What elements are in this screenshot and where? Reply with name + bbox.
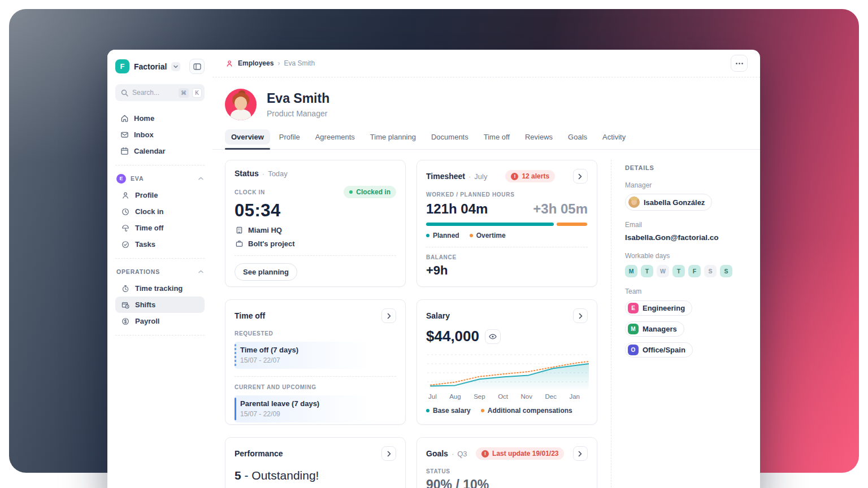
- section-label: EVA: [131, 175, 144, 182]
- sidebar-item-inbox[interactable]: Inbox: [115, 127, 205, 143]
- parental-leave-item[interactable]: Parental leave (7 days) 15/07 - 22/09: [235, 395, 396, 422]
- card-title: Salary: [426, 311, 450, 320]
- last-update-badge: ! Last update 19/01/23: [476, 447, 564, 460]
- stopwatch-icon: [121, 285, 130, 293]
- details-title: DETAILS: [625, 164, 749, 171]
- day-chip: S: [720, 265, 732, 277]
- see-planning-button[interactable]: See planning: [235, 263, 297, 281]
- main-area: Employees › Eva Smith Eva Smith Product …: [212, 50, 760, 488]
- details-panel: DETAILS Manager Isabella González Email …: [611, 160, 760, 488]
- team-label: Team: [625, 287, 749, 295]
- content-area: Status · Today CLOCK IN Clocked in 05:34: [212, 150, 760, 488]
- performance-open-button[interactable]: [381, 446, 396, 461]
- sidebar-item-clock-in[interactable]: Clock in: [115, 203, 205, 220]
- chevron-up-icon[interactable]: [198, 177, 203, 180]
- x-tick: Dec: [545, 393, 556, 400]
- divider: [115, 165, 205, 165]
- legend-overtime: Overtime: [470, 232, 506, 239]
- sidebar-item-label: Time off: [135, 224, 163, 232]
- sidebar-item-time-tracking[interactable]: Time tracking: [115, 280, 205, 297]
- shortcut-cmd-key: ⌘: [179, 88, 189, 98]
- tab-time-planning[interactable]: Time planning: [364, 129, 422, 149]
- email-label: Email: [625, 221, 749, 229]
- sidebar-item-label: Time tracking: [135, 284, 183, 293]
- team-icon: M: [628, 324, 639, 334]
- tab-reviews[interactable]: Reviews: [519, 129, 559, 149]
- eye-icon[interactable]: [485, 329, 501, 344]
- balance-value: +9h: [426, 263, 588, 278]
- team-chips: E Engineering M Managers O Office/Spain: [625, 300, 749, 358]
- day-chip: M: [625, 265, 637, 277]
- avatar: [225, 89, 257, 120]
- tab-activity[interactable]: Activity: [596, 129, 632, 149]
- x-tick: Jan: [569, 393, 580, 400]
- tab-time-off[interactable]: Time off: [478, 129, 516, 149]
- day-chip: S: [704, 265, 717, 277]
- day-chip: W: [657, 265, 669, 277]
- legend-planned: Planned: [426, 232, 459, 239]
- worked-hours-label: WORKED / PLANNED HOURS: [426, 191, 588, 198]
- chevron-up-icon[interactable]: [198, 270, 203, 273]
- sidebar-item-tasks[interactable]: Tasks: [115, 236, 205, 252]
- goals-open-button[interactable]: [573, 446, 588, 461]
- sidebar-item-calendar[interactable]: Calendar: [115, 143, 205, 159]
- tab-bar: Overview Profile Agreements Time plannin…: [212, 120, 760, 150]
- tab-agreements[interactable]: Agreements: [309, 129, 361, 149]
- hours-progress-bar: [426, 223, 588, 226]
- team-chip-engineering[interactable]: E Engineering: [625, 300, 692, 316]
- timesheet-open-button[interactable]: [573, 169, 588, 184]
- x-tick: Jul: [428, 393, 437, 400]
- team-chip-managers[interactable]: M Managers: [625, 321, 684, 337]
- sidebar-section-operations[interactable]: OPERATIONS: [115, 264, 205, 279]
- goals-card: Goals · Q3 ! Last update 19/01/23 STATUS…: [416, 437, 597, 488]
- search-input[interactable]: Search... ⌘ K: [115, 84, 205, 101]
- legend-additional-compensations: Additional compensations: [481, 407, 572, 415]
- team-chip-office-spain[interactable]: O Office/Spain: [625, 342, 693, 358]
- dot-separator: ·: [452, 450, 454, 458]
- card-title: Performance: [235, 449, 283, 458]
- alert-icon: !: [481, 450, 489, 457]
- x-tick: Sep: [474, 393, 485, 400]
- card-title: Timesheet: [426, 172, 465, 181]
- workable-days-label: Workable days: [625, 252, 749, 260]
- tab-profile[interactable]: Profile: [273, 129, 306, 149]
- sidebar-item-home[interactable]: Home: [115, 110, 205, 127]
- clock-in-time: 05:34: [235, 201, 396, 221]
- chevron-down-icon[interactable]: [171, 62, 180, 71]
- sidebar-section-eva[interactable]: E EVA: [115, 171, 205, 186]
- person-icon: [121, 191, 130, 199]
- breadcrumb-employees[interactable]: Employees: [238, 59, 274, 67]
- search-icon: [120, 89, 129, 97]
- card-subtitle: July: [474, 172, 487, 181]
- sidebar-item-profile[interactable]: Profile: [115, 187, 205, 203]
- alerts-badge[interactable]: ! 12 alerts: [505, 170, 555, 182]
- breadcrumb: Employees › Eva Smith: [225, 59, 315, 67]
- sidebar-item-payroll[interactable]: Payroll: [115, 313, 205, 329]
- salary-open-button[interactable]: [573, 308, 588, 323]
- clocked-in-badge: Clocked in: [344, 186, 396, 198]
- tab-goals[interactable]: Goals: [562, 129, 593, 149]
- payroll-icon: [121, 317, 130, 325]
- sidebar-item-label: Shifts: [135, 300, 155, 309]
- sidebar-item-label: Inbox: [134, 130, 154, 139]
- goals-status-value: 90% / 10%: [426, 477, 588, 488]
- workable-days: M T W T F S S: [625, 265, 749, 277]
- time-off-open-button[interactable]: [381, 308, 396, 323]
- collapse-sidebar-button[interactable]: [189, 59, 205, 74]
- eva-avatar: E: [116, 174, 126, 184]
- sidebar-item-time-off[interactable]: Time off: [115, 220, 205, 236]
- brand-name: Factorial: [134, 62, 167, 71]
- more-options-button[interactable]: [731, 55, 748, 72]
- manager-chip[interactable]: Isabella González: [625, 194, 712, 211]
- shortcut-k-key: K: [192, 88, 202, 98]
- breadcrumb-current: Eva Smith: [284, 59, 315, 67]
- sidebar-item-shifts[interactable]: Shifts: [115, 297, 205, 313]
- tab-documents[interactable]: Documents: [425, 129, 475, 149]
- status-dot: [349, 190, 353, 194]
- building-icon: [235, 226, 244, 234]
- time-off-request-item[interactable]: Time off (7 days) 15/07 - 22/07: [235, 342, 396, 369]
- manager-avatar: [628, 197, 640, 208]
- card-subtitle: Q3: [457, 450, 467, 458]
- tab-overview[interactable]: Overview: [225, 129, 270, 149]
- work-project: Bolt's project: [248, 239, 295, 248]
